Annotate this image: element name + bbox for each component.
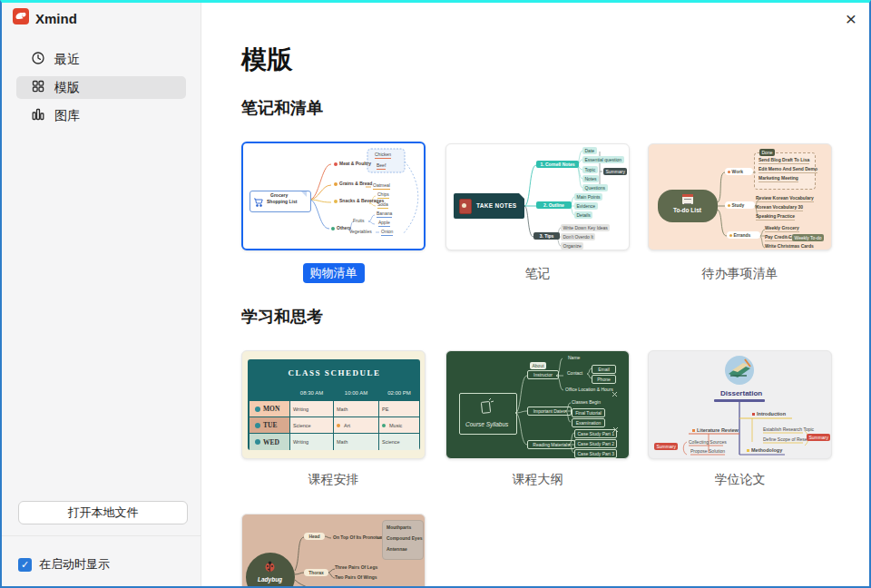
ladybug-icon xyxy=(264,560,276,576)
template-card-todo-list[interactable]: To-do List Work Done Send Blog Draft To … xyxy=(648,143,832,250)
ladybug-thumbnail: Ladybug Head On Top Of Its Pronotum Mout… xyxy=(242,514,423,588)
fold-corner xyxy=(519,193,524,199)
template-card-class-schedule[interactable]: CLASS SCHEDULE 08:30 AM 10:00 AM 02:00 P… xyxy=(241,350,426,459)
branch-label: Snacks & Beverages xyxy=(334,199,384,204)
music-cell: Music xyxy=(379,417,419,433)
card-label-syllabus: 课程大纲 xyxy=(445,472,630,488)
templates-grid-icon xyxy=(31,79,45,96)
branch-topic: Study xyxy=(725,201,755,209)
gallery-bars-icon xyxy=(31,107,45,124)
app-title: Xmind xyxy=(35,11,77,26)
card-label-schedule: 课程安排 xyxy=(241,472,426,488)
sidebar-item-label: 最近 xyxy=(54,52,80,68)
calendar-icon xyxy=(682,194,693,204)
branch-label: Literature Review xyxy=(697,427,739,433)
notebook-icon xyxy=(459,199,472,214)
syllabus-book-icon xyxy=(479,398,494,418)
sidebar-item-gallery[interactable]: 图库 xyxy=(16,104,186,127)
sidebar-item-recent[interactable]: 最近 xyxy=(16,48,186,71)
fold-corner xyxy=(301,191,307,197)
show-on-startup-label: 在启动时显示 xyxy=(39,556,110,573)
sidebar-divider xyxy=(2,535,201,536)
open-local-file-button[interactable]: 打开本地文件 xyxy=(18,501,188,524)
sidebar-item-templates[interactable]: 模版 xyxy=(16,76,186,99)
branch-topic: Important Dates xyxy=(527,407,572,416)
sidebar-nav: 最近 模版 图库 xyxy=(16,48,186,132)
dissertation-thumbnail: Dissertation Literature Review Collectin… xyxy=(649,351,829,456)
show-on-startup-checkbox[interactable]: ✓ xyxy=(18,558,32,572)
schedule-thumbnail: CLASS SCHEDULE 08:30 AM 10:00 AM 02:00 P… xyxy=(242,351,423,456)
branch-label: Methodology xyxy=(751,447,782,453)
dissertation-illustration xyxy=(723,354,756,390)
branch-label: Others xyxy=(331,226,351,231)
template-card-shopping-list[interactable]: Grocery Shopping List Meat & Poultry Chi… xyxy=(241,142,426,250)
card-label-notes: 笔记 xyxy=(445,266,630,282)
close-icon[interactable]: × xyxy=(838,6,864,32)
branch-label: Grains & Bread xyxy=(334,181,372,187)
branch-label: Meat & Poultry xyxy=(334,162,371,167)
sidebar-item-label: 图库 xyxy=(54,108,80,124)
syllabus-thumbnail: Course Syllabus Instructor About Name Co… xyxy=(446,351,627,456)
sidebar: Xmind 最近 模版 xyxy=(2,3,201,586)
xmind-logo-icon xyxy=(13,8,29,28)
cart-icon xyxy=(253,195,264,211)
art-cell: Art xyxy=(334,417,378,433)
xmind-window: Xmind 最近 模版 xyxy=(0,0,871,588)
schedule-title: CLASS SCHEDULE xyxy=(250,361,419,384)
card-label-todo: 待办事项清单 xyxy=(648,266,832,282)
section-heading-study-thinking: 学习和思考 xyxy=(241,306,323,328)
shopping-list-thumbnail: Grocery Shopping List Meat & Poultry Chi… xyxy=(243,143,424,249)
branch-topic: 2. Outline xyxy=(536,201,572,209)
clock-icon xyxy=(31,51,45,68)
template-card-dissertation[interactable]: Dissertation Literature Review Collectin… xyxy=(648,350,832,459)
branch-topic: Head xyxy=(304,533,325,540)
branch-topic: Thorax xyxy=(304,569,328,576)
app-header: Xmind xyxy=(13,8,77,28)
branch-topic: Reading Materials xyxy=(527,440,575,449)
branch-topic: Errands xyxy=(727,231,760,239)
schedule-table: CLASS SCHEDULE 08:30 AM 10:00 AM 02:00 P… xyxy=(248,359,420,450)
show-on-startup-row: ✓ 在启动时显示 xyxy=(18,556,110,573)
branch-topic: 1. Cornell Notes xyxy=(536,161,579,168)
notes-thumbnail: TAKE NOTES 1. Cornell Notes Date Essenti… xyxy=(446,144,627,250)
page-title: 模版 xyxy=(241,43,292,77)
branch-topic: Instructor xyxy=(527,370,559,379)
sidebar-item-label: 模版 xyxy=(54,80,80,96)
template-card-ladybug[interactable]: Ladybug Head On Top Of Its Pronotum Mout… xyxy=(241,514,426,588)
title-bar xyxy=(714,399,765,402)
branch-label: Introduction xyxy=(757,411,786,416)
card-label-dissertation: 学位论文 xyxy=(648,472,832,488)
branch-topic: Work xyxy=(725,168,753,175)
template-card-notes[interactable]: TAKE NOTES 1. Cornell Notes Date Essenti… xyxy=(445,143,630,250)
template-card-course-syllabus[interactable]: Course Syllabus Instructor About Name Co… xyxy=(445,350,630,459)
card-label-shopping: 购物清单 xyxy=(241,263,426,283)
branch-topic: 3. Tips xyxy=(533,232,560,240)
todo-thumbnail: To-do List Work Done Send Blog Draft To … xyxy=(649,144,829,250)
section-heading-notes-lists: 笔记和清单 xyxy=(241,97,323,119)
